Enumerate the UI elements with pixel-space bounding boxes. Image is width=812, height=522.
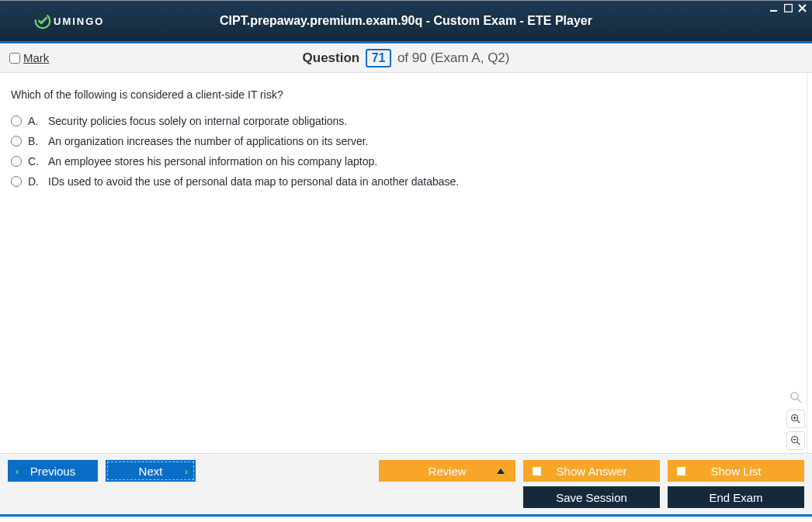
previous-button[interactable]: ‹ Previous [8, 460, 98, 482]
answer-letter: C. [28, 155, 42, 168]
review-button[interactable]: Review [379, 460, 515, 482]
maximize-icon[interactable] [783, 2, 793, 13]
show-answer-button[interactable]: Show Answer [523, 460, 660, 482]
answer-text: IDs used to avoid the use of personal da… [48, 175, 459, 188]
search-icon[interactable] [786, 388, 805, 406]
svg-line-10 [797, 442, 800, 444]
end-exam-label: End Exam [709, 491, 762, 504]
svg-rect-2 [784, 4, 792, 12]
answer-text: Security policies focus solely on intern… [48, 115, 347, 127]
end-exam-button[interactable]: End Exam [668, 486, 804, 508]
brand-logo: UMINGO [34, 12, 104, 29]
question-counter: Question 71 of 90 (Exam A, Q2) [0, 49, 812, 67]
question-text: Which of the following is considered a c… [11, 88, 796, 101]
zoom-in-icon[interactable] [786, 410, 805, 428]
window-title: CIPT.prepaway.premium.exam.90q - Custom … [0, 14, 812, 28]
answer-radio[interactable] [11, 136, 22, 147]
question-label: Question [303, 50, 360, 65]
svg-line-6 [797, 420, 800, 423]
minimize-icon[interactable] [769, 2, 779, 13]
mark-label: Mark [23, 51, 49, 64]
answer-letter: D. [28, 175, 42, 188]
question-area: Which of the following is considered a c… [0, 73, 807, 453]
mark-input[interactable] [9, 53, 20, 64]
answer-text: An organization increases the number of … [48, 135, 368, 147]
answer-radio[interactable] [11, 116, 22, 126]
previous-label: Previous [30, 465, 75, 478]
window: UMINGO CIPT.prepaway.premium.exam.90q - … [0, 0, 812, 517]
save-session-button[interactable]: Save Session [523, 486, 660, 508]
save-session-label: Save Session [556, 491, 627, 504]
answer-list: A. Security policies focus solely on int… [11, 115, 796, 188]
answer-radio[interactable] [11, 176, 22, 187]
answer-option[interactable]: C. An employee stores his personal infor… [11, 155, 796, 168]
next-button[interactable]: Next › [106, 460, 196, 482]
stop-icon [533, 467, 541, 475]
show-answer-label: Show Answer [557, 465, 627, 478]
close-icon[interactable] [796, 2, 807, 13]
answer-radio[interactable] [11, 156, 22, 167]
stop-icon [677, 467, 685, 475]
question-number: 71 [366, 49, 392, 67]
triangle-up-icon [497, 468, 505, 474]
checkmark-icon [34, 12, 51, 29]
info-bar: Mark Question 71 of 90 (Exam A, Q2) [0, 43, 812, 73]
answer-option[interactable]: B. An organization increases the number … [11, 135, 796, 147]
answer-letter: B. [28, 135, 42, 147]
mark-checkbox[interactable]: Mark [9, 51, 49, 64]
divider [0, 514, 812, 517]
answer-option[interactable]: D. IDs used to avoid the use of personal… [11, 175, 796, 188]
zoom-out-icon[interactable] [786, 431, 805, 450]
svg-rect-1 [770, 10, 777, 12]
review-label: Review [428, 465, 466, 478]
svg-line-4 [797, 399, 801, 403]
answer-text: An employee stores his personal informat… [48, 155, 377, 168]
question-of: of 90 (Exam A, Q2) [397, 50, 510, 65]
show-list-label: Show List [710, 465, 761, 478]
chevron-left-icon: ‹ [16, 465, 19, 477]
chevron-right-icon: › [185, 465, 188, 477]
svg-point-3 [791, 392, 798, 399]
zoom-tools [786, 388, 805, 450]
show-list-button[interactable]: Show List [668, 460, 804, 482]
next-label: Next [139, 465, 163, 478]
answer-letter: A. [28, 115, 42, 127]
toolbar: ‹ Previous Next › Review Show Answer Sho… [0, 453, 812, 514]
titlebar: UMINGO CIPT.prepaway.premium.exam.90q - … [0, 1, 812, 41]
answer-option[interactable]: A. Security policies focus solely on int… [11, 115, 796, 127]
brand-text: UMINGO [54, 16, 104, 27]
window-controls [769, 2, 807, 13]
